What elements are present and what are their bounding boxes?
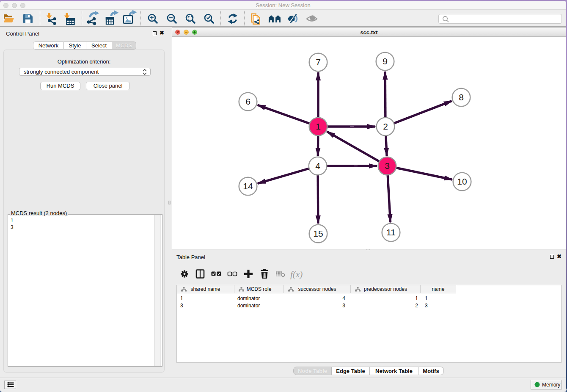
svg-text:2: 2 (383, 121, 388, 131)
svg-text:8: 8 (459, 92, 464, 102)
svg-text:15: 15 (313, 229, 323, 238)
svg-text:6: 6 (245, 97, 250, 106)
svg-text:1: 1 (316, 121, 321, 131)
svg-text:4: 4 (315, 161, 320, 171)
svg-text:9: 9 (383, 56, 388, 66)
svg-text:11: 11 (386, 227, 396, 237)
svg-text:f(x): f(x) (290, 269, 303, 279)
svg-text:7: 7 (316, 57, 321, 67)
svg-text:10: 10 (457, 177, 467, 186)
svg-text:14: 14 (243, 181, 253, 191)
svg-text:3: 3 (385, 161, 390, 171)
